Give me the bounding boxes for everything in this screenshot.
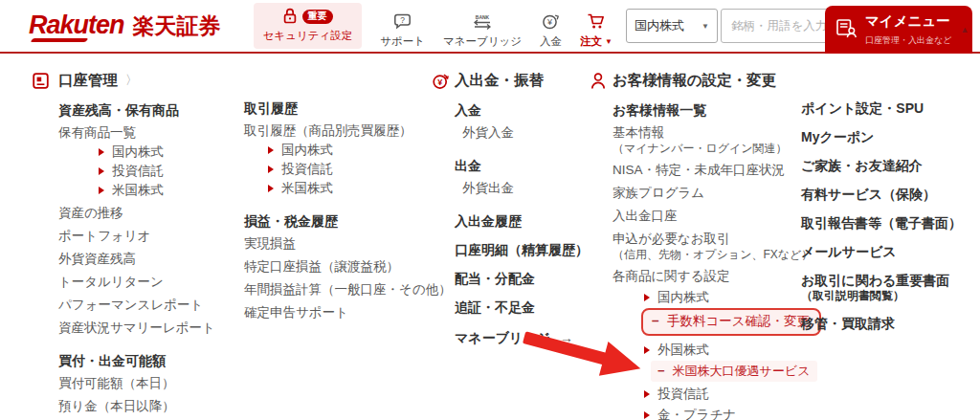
my-menu-label: マイメニュー	[865, 13, 950, 29]
dash-icon: −	[657, 363, 665, 379]
column-account-management: 口座管理 〉 資産残高・保有商品 保有商品一覧 国内株式 投資信託 米国株式 資…	[58, 71, 255, 415]
link-deposit-balance[interactable]: 預り金（本日以降）	[58, 398, 255, 415]
category-select-value: 国内株式	[635, 17, 684, 34]
sub-link-gold-platinum[interactable]: 金・プラチナ	[644, 407, 809, 420]
link-family-friend-referral[interactable]: ご家族・お友達紹介	[801, 157, 975, 174]
link-family-program[interactable]: 家族プログラム	[612, 185, 809, 202]
link-important-documents[interactable]: お取引に関わる重要書面 （取引説明書閲覧）	[801, 272, 975, 303]
nav-security-settings[interactable]: 重要 セキュリティ設定	[254, 3, 363, 49]
nav-money-bridge[interactable]: BANK マネーブリッジ	[443, 13, 522, 49]
nav-order[interactable]: 注文 ▼	[580, 13, 612, 49]
sub-link-mutual-funds[interactable]: 投資信託	[99, 163, 255, 180]
caret-down-icon: ▼	[605, 38, 612, 46]
red-triangle-icon	[99, 148, 104, 156]
column-cash-transfer: ¥ 入出金・振替 入金 外貨入金 出金 外貨出金 入出金履歴 口座明細（精算履歴…	[455, 71, 612, 346]
link-mail-service[interactable]: メールサービス	[801, 243, 975, 260]
column-customer-settings: お客様情報の設定・変更 お客様情報一覧 基本情報 （マイナンバー・ログイン関連）…	[612, 71, 809, 420]
section-asset-balance: 資産残高・保有商品	[58, 101, 255, 119]
nav-support[interactable]: ? サポート	[380, 13, 425, 49]
my-menu-sublabel: 口座管理・入出金など	[865, 35, 951, 45]
category-select[interactable]: 国内株式 ▼	[626, 9, 718, 43]
red-triangle-icon	[644, 346, 650, 354]
mega-menu: 口座管理 〉 資産残高・保有商品 保有商品一覧 国内株式 投資信託 米国株式 資…	[0, 54, 980, 418]
link-cash-history[interactable]: 入出金履歴	[455, 212, 612, 230]
link-trade-history-by-product[interactable]: 取引履歴（商品別売買履歴）	[244, 122, 440, 140]
arrow-right-icon: →	[560, 329, 573, 346]
rakuten-logo[interactable]: Rakuten 楽天証券	[29, 11, 221, 41]
red-triangle-icon	[644, 294, 650, 301]
nav-deposit-label: 入金	[540, 34, 562, 49]
link-nisa-account-status[interactable]: NISA・特定・未成年口座状況	[612, 162, 809, 179]
column-trade-history: 取引履歴 取引履歴（商品別売買履歴） 国内株式 投資信託 米国株式 損益・税金履…	[244, 99, 440, 321]
nav-order-label: 注文	[580, 34, 602, 49]
svg-text:¥: ¥	[437, 77, 442, 87]
my-menu-button[interactable]: マイメニュー 口座管理・入出金など ▲	[825, 6, 972, 54]
link-trade-reports[interactable]: 取引報告書等（電子書面）	[801, 214, 975, 232]
link-product-settings[interactable]: 各商品に関する設定	[612, 268, 809, 285]
sub-link-us-stocks[interactable]: 米国株式	[268, 180, 440, 197]
nav-deposit[interactable]: ¥ 入金	[540, 13, 562, 49]
sub-link-foreign-stocks[interactable]: 外国株式	[644, 342, 809, 359]
link-margin-call[interactable]: 追証・不足金	[455, 298, 612, 316]
nav-support-label: サポート	[380, 34, 425, 49]
link-portfolio[interactable]: ポートフォリオ	[58, 228, 255, 245]
section-buying-power: 買付・出金可能額	[58, 352, 255, 369]
sub-link-domestic-stocks[interactable]: 国内株式	[99, 144, 255, 161]
link-tax-return-support[interactable]: 確定申告サポート	[244, 304, 440, 321]
link-holdings-list[interactable]: 保有商品一覧	[58, 124, 255, 142]
transfer-icon: ¥	[432, 72, 450, 90]
link-total-return[interactable]: トータルリターン	[58, 274, 255, 291]
link-asset-transition[interactable]: 資産の推移	[58, 205, 255, 222]
section-deposit[interactable]: 入金	[455, 101, 612, 119]
link-account-statement[interactable]: 口座明細（精算履歴）	[455, 241, 612, 258]
link-realized-pl[interactable]: 実現損益	[244, 235, 440, 253]
caret-up-icon: ▲	[960, 25, 969, 34]
nav-money-bridge-label: マネーブリッジ	[443, 34, 522, 49]
sub-link-domestic-stocks[interactable]: 国内株式	[268, 142, 440, 159]
select-caret-down-icon: ▼	[702, 22, 709, 31]
sub-link-us-stocks[interactable]: 米国株式	[99, 182, 255, 199]
red-triangle-icon	[644, 411, 650, 419]
link-point-settings-spu[interactable]: ポイント設定・SPU	[801, 99, 975, 117]
section-customer-info-list: お客様情報一覧	[612, 101, 809, 119]
customer-settings-title[interactable]: お客様情報の設定・変更	[612, 71, 809, 90]
account-book-icon	[32, 72, 50, 90]
cart-icon	[587, 13, 606, 32]
sub-link-domestic-stocks[interactable]: 国内株式	[644, 289, 809, 306]
highlighted-fee-course-link[interactable]: − 手数料コース確認・変更	[641, 308, 821, 336]
link-cash-account[interactable]: 入出金口座	[612, 208, 809, 225]
link-foreign-withdrawal[interactable]: 外貨出金	[462, 180, 612, 197]
sub-link-mutual-funds[interactable]: 投資信託	[644, 386, 809, 403]
account-management-title[interactable]: 口座管理 〉	[58, 71, 255, 90]
link-my-coupon[interactable]: Myクーポン	[801, 128, 975, 145]
bank-icon: BANK	[470, 13, 495, 32]
red-triangle-icon	[268, 166, 274, 173]
svg-text:?: ?	[400, 15, 405, 25]
red-triangle-icon	[644, 390, 650, 398]
red-triangle-icon	[268, 185, 274, 192]
lock-icon	[282, 8, 298, 26]
link-dividends[interactable]: 配当・分配金	[455, 270, 612, 287]
link-basic-info[interactable]: 基本情報 （マイナンバー・ログイン関連）	[612, 124, 809, 156]
section-withdrawal[interactable]: 出金	[455, 157, 612, 174]
link-us-preferred-service[interactable]: − 米国株大口優遇サービス	[651, 361, 817, 382]
link-paid-services[interactable]: 有料サービス（保険）	[801, 186, 975, 203]
link-foreign-currency-balance[interactable]: 外貨資産残高	[58, 251, 255, 268]
link-annual-pl-calc[interactable]: 年間損益計算（一般口座・その他）	[244, 281, 440, 298]
red-triangle-icon	[268, 146, 274, 154]
link-money-bridge[interactable]: マネーブリッジ →	[455, 329, 612, 346]
header-nav: 重要 セキュリティ設定 ? サポート BANK マネーブリッジ ¥ 入金	[254, 3, 612, 49]
logo-brand-text: Rakuten	[29, 11, 124, 40]
link-performance-report[interactable]: パフォーマンスレポート	[58, 297, 255, 314]
dash-icon: −	[652, 313, 659, 330]
logo-suffix-text: 楽天証券	[133, 11, 221, 41]
link-foreign-deposit[interactable]: 外貨入金	[462, 124, 612, 142]
svg-text:BANK: BANK	[476, 14, 490, 20]
link-transfer-buyback-request[interactable]: 移管・買取請求	[801, 315, 975, 332]
nav-security-label: セキュリティ設定	[263, 29, 353, 43]
link-buying-power-today[interactable]: 買付可能額（本日）	[58, 375, 255, 392]
sub-link-mutual-funds[interactable]: 投資信託	[268, 161, 440, 178]
link-application-required-trades[interactable]: 申込が必要なお取引 （信用、先物・オプション、FXなど）	[612, 231, 809, 262]
link-specific-account-pl[interactable]: 特定口座損益（譲渡益税）	[244, 258, 440, 276]
link-asset-summary-report[interactable]: 資産状況サマリーレポート	[58, 320, 255, 337]
